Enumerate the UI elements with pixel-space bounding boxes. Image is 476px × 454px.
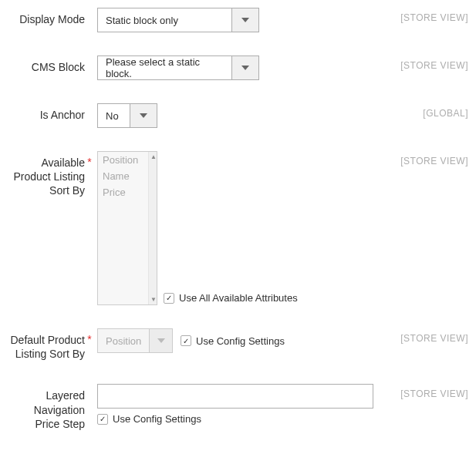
- select-cms-block[interactable]: Please select a static block.: [97, 55, 259, 80]
- select-display-mode-value: Static block only: [98, 8, 231, 32]
- scroll-up-icon: ▲: [150, 153, 157, 160]
- select-is-anchor-value: No: [98, 104, 130, 127]
- row-cms-block: CMS Block Please select a static block. …: [8, 55, 468, 80]
- label-cms-block: CMS Block: [8, 55, 85, 74]
- row-is-anchor: Is Anchor No [GLOBAL]: [8, 103, 468, 128]
- scope-cms-block: [STORE VIEW]: [400, 55, 468, 71]
- checkbox-label-default-sort-config: Use Config Settings: [196, 335, 285, 347]
- row-price-step: Layered Navigation Price Step ✓ Use Conf…: [8, 384, 468, 431]
- select-default-sort: Position: [97, 328, 173, 353]
- row-available-sort: Available Product Listing Sort By * Posi…: [8, 151, 468, 305]
- listbox-available-sort: Position Name Price ▲ ▼: [97, 151, 157, 305]
- scope-is-anchor: [GLOBAL]: [423, 103, 468, 119]
- scroll-down-icon: ▼: [150, 296, 157, 303]
- checkbox-label-price-step-config: Use Config Settings: [113, 413, 201, 425]
- select-display-mode[interactable]: Static block only: [97, 8, 259, 32]
- required-asterisk: *: [85, 151, 94, 168]
- checkbox-price-step-config[interactable]: ✓: [97, 414, 108, 425]
- scope-price-step: [STORE VIEW]: [400, 384, 468, 399]
- label-display-mode: Display Mode: [8, 8, 85, 26]
- select-cms-block-value: Please select a static block.: [98, 56, 231, 79]
- scope-display-mode: [STORE VIEW]: [400, 8, 468, 23]
- chevron-down-icon: [130, 104, 157, 127]
- label-is-anchor: Is Anchor: [8, 103, 85, 122]
- required-asterisk: *: [85, 328, 94, 345]
- row-display-mode: Display Mode Static block only [STORE VI…: [8, 8, 468, 32]
- row-default-sort: Default Product Listing Sort By * Positi…: [8, 328, 468, 361]
- checkbox-label-use-all-attributes: Use All Available Attributes: [179, 292, 298, 304]
- chevron-down-icon: [231, 56, 258, 79]
- input-price-step[interactable]: [97, 384, 373, 409]
- chevron-down-icon: [231, 8, 258, 32]
- label-price-step: Layered Navigation Price Step: [8, 384, 85, 431]
- chevron-down-icon: [149, 329, 172, 352]
- checkbox-use-all-attributes[interactable]: ✓: [164, 293, 174, 304]
- label-default-sort: Default Product Listing Sort By: [8, 328, 85, 361]
- select-is-anchor[interactable]: No: [97, 103, 157, 128]
- required-spacer: [85, 8, 94, 12]
- scope-available-sort: [STORE VIEW]: [400, 151, 468, 166]
- scope-default-sort: [STORE VIEW]: [400, 328, 468, 344]
- checkbox-default-sort-config[interactable]: ✓: [181, 335, 191, 346]
- scrollbar: ▲ ▼: [148, 152, 157, 304]
- select-default-sort-value: Position: [98, 329, 149, 352]
- label-available-sort: Available Product Listing Sort By: [8, 151, 85, 198]
